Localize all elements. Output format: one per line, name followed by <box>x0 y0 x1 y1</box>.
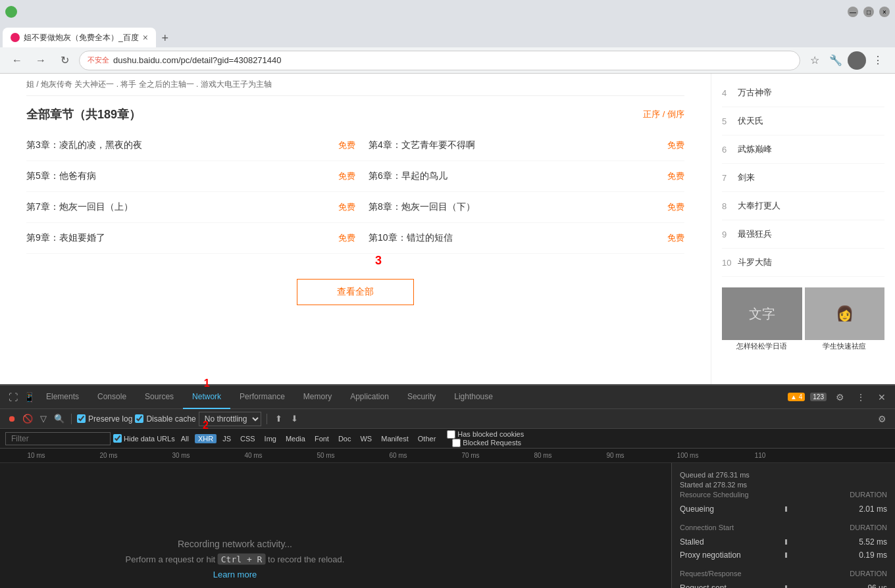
ad-caption-2: 学生快速祛痘 <box>805 340 885 353</box>
browser-tab-active[interactable]: 姐不要做炮灰（免费全本）_百度 × <box>3 28 156 47</box>
new-tab-button[interactable]: + <box>156 29 174 47</box>
timeline-110: 110 <box>724 452 796 459</box>
address-bar: ← → ↻ 不安全 dushu.baidu.com/pc/detail?gid=… <box>0 47 895 74</box>
clear-icon[interactable]: 🚫 <box>21 412 34 426</box>
device-icon[interactable]: 📱 <box>21 389 37 405</box>
filter-all-button[interactable]: All <box>178 434 192 443</box>
filter-media-button[interactable]: Media <box>282 434 309 443</box>
title-bar-left <box>5 6 17 18</box>
sidebar-item[interactable]: 9 最强狂兵 <box>722 220 884 249</box>
recording-sub-text: Perform a request or hit Ctrl + R to rec… <box>126 554 345 564</box>
blocked-cookies-checkbox[interactable]: Has blocked cookies <box>447 430 524 439</box>
chapter-free-badge: 免费 <box>338 139 355 151</box>
sidebar-item[interactable]: 6 武炼巅峰 <box>722 135 884 164</box>
window-controls[interactable]: — □ × <box>848 7 890 17</box>
view-all-button[interactable]: 查看全部 <box>297 279 414 305</box>
profile-icon[interactable] <box>848 51 866 70</box>
sort-buttons[interactable]: 正序 / 倒序 <box>643 109 684 120</box>
back-button[interactable]: ← <box>8 51 26 70</box>
record-icon[interactable]: ⏺ <box>5 412 18 426</box>
queued-at: Queued at 276.31 ms <box>680 471 887 479</box>
filter-font-button[interactable]: Font <box>311 434 332 443</box>
minimize-button[interactable]: — <box>848 7 858 17</box>
blocked-requests-input[interactable] <box>452 439 461 447</box>
filter-icon[interactable]: ▽ <box>37 412 50 426</box>
learn-more-container: Learn more <box>126 568 345 580</box>
chapter-name: 第6章：早起的鸟儿 <box>369 170 448 182</box>
settings-icon[interactable]: ⚙ <box>832 389 848 405</box>
filter-css-button[interactable]: CSS <box>237 434 259 443</box>
chapter-name: 第5章：他爸有病 <box>26 170 96 182</box>
tab-memory[interactable]: Memory <box>294 385 341 409</box>
sidebar-title: 武炼巅峰 <box>738 143 772 155</box>
inspect-icon[interactable]: ⛶ <box>5 389 21 405</box>
sidebar-ads: 文字 怎样轻松学日语 👩 学生快速祛痘 <box>711 282 895 358</box>
disable-cache-input[interactable] <box>135 414 143 423</box>
ad-card-1[interactable]: 文字 怎样轻松学日语 <box>722 287 802 353</box>
timing-request-sent-bar <box>785 585 841 588</box>
sidebar-item[interactable]: 4 万古神帝 <box>722 79 884 107</box>
timing-queueing: Queueing 2.01 ms <box>680 502 887 516</box>
tab-security[interactable]: Security <box>398 385 445 409</box>
url-bar[interactable]: 不安全 dushu.baidu.com/pc/detail?gid=430827… <box>79 51 800 70</box>
export-icon[interactable]: ⬇ <box>288 412 301 426</box>
tab-lighthouse[interactable]: Lighthouse <box>445 385 502 409</box>
title-bar: — □ × <box>0 0 895 24</box>
network-settings-icon[interactable]: ⚙ <box>874 411 890 427</box>
tab-title: 姐不要做炮灰（免费全本）_百度 <box>24 32 139 43</box>
page-content: 姐 / 炮灰传奇 关大神还一 . 将手 全之后的主轴一 . 游戏大电王子为主轴 … <box>0 74 895 384</box>
tab-performance[interactable]: Performance <box>230 385 294 409</box>
devtools-filter-bar: Hide data URLs All 2 XHR JS CSS Img Medi… <box>0 429 895 449</box>
chapter-name: 第3章：凌乱的凌，黑夜的夜 <box>26 139 142 151</box>
filter-xhr-button[interactable]: 2 XHR <box>195 434 217 443</box>
close-devtools-icon[interactable]: ✕ <box>874 389 890 405</box>
preserve-log-input[interactable] <box>77 414 86 423</box>
tab-elements[interactable]: Elements <box>37 385 88 409</box>
secure-label: 不安全 <box>88 55 109 65</box>
timing-request-sent-label: Request sent <box>680 583 785 588</box>
filter-doc-button[interactable]: Doc <box>335 434 355 443</box>
tab-close-button[interactable]: × <box>143 32 148 43</box>
disable-cache-checkbox[interactable]: Disable cache <box>135 414 195 424</box>
chapter-free-badge: 免费 <box>667 201 684 213</box>
tab-network[interactable]: 1 Network <box>183 385 230 409</box>
blocked-requests-checkbox[interactable]: Blocked Requests <box>452 439 524 447</box>
filter-manifest-button[interactable]: Manifest <box>378 434 412 443</box>
search-icon[interactable]: 🔍 <box>53 412 66 426</box>
maximize-button[interactable]: □ <box>863 7 874 17</box>
tab-application[interactable]: Application <box>341 385 398 409</box>
chapter-row: 第5章：他爸有病 免费 <box>26 161 355 192</box>
sidebar-item[interactable]: 5 伏天氏 <box>722 107 884 135</box>
hide-data-urls-checkbox[interactable]: Hide data URLs <box>113 434 175 443</box>
filter-img-button[interactable]: Img <box>261 434 280 443</box>
started-at: Started at 278.32 ms <box>680 481 887 489</box>
filter-other-button[interactable]: Other <box>415 434 440 443</box>
hide-data-urls-input[interactable] <box>113 434 122 443</box>
timing-request-sent: Request sent 96 µs <box>680 581 887 588</box>
filter-input[interactable] <box>5 432 111 445</box>
extensions-icon[interactable]: 🔧 <box>827 51 845 70</box>
timing-queueing-label: Queueing <box>680 504 785 514</box>
menu-icon[interactable]: ⋮ <box>869 51 887 70</box>
sidebar-item[interactable]: 10 斗罗大陆 <box>722 249 884 277</box>
sidebar: 4 万古神帝 5 伏天氏 6 武炼巅峰 7 剑来 8 大奉打更人 9 最强狂兵 <box>711 74 895 384</box>
bookmark-icon[interactable]: ☆ <box>806 51 824 70</box>
filter-ws-button[interactable]: WS <box>357 434 375 443</box>
sidebar-item[interactable]: 8 大奉打更人 <box>722 192 884 220</box>
timing-proxy-label: Proxy negotiation <box>680 551 785 560</box>
close-button[interactable]: × <box>879 7 890 17</box>
more-options-icon[interactable]: ⋮ <box>853 389 869 405</box>
filter-js-button[interactable]: JS <box>219 434 234 443</box>
ad-card-2[interactable]: 👩 学生快速祛痘 <box>805 287 885 353</box>
preserve-log-checkbox[interactable]: Preserve log <box>77 414 132 424</box>
learn-more-link[interactable]: Learn more <box>213 570 257 579</box>
browser-window: — □ × 姐不要做炮灰（免费全本）_百度 × + ← → ↻ 不安全 dush… <box>0 0 895 74</box>
network-list: Recording network activity... Perform a … <box>0 463 671 588</box>
blocked-cookies-input[interactable] <box>447 430 455 439</box>
refresh-button[interactable]: ↻ <box>55 51 74 70</box>
import-icon[interactable]: ⬆ <box>272 412 286 426</box>
forward-button[interactable]: → <box>32 51 50 70</box>
sidebar-item[interactable]: 7 剑来 <box>722 164 884 192</box>
tab-console[interactable]: Console <box>88 385 136 409</box>
tab-sources[interactable]: Sources <box>136 385 183 409</box>
